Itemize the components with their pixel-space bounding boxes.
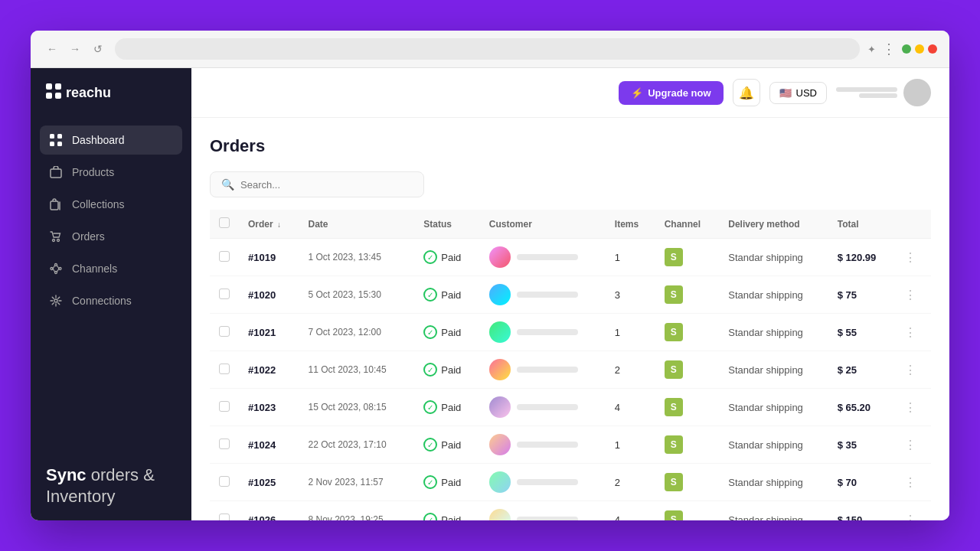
forward-button[interactable]: →: [66, 40, 84, 58]
sidebar-item-products[interactable]: Products: [40, 158, 182, 187]
customer-cell: [489, 284, 596, 305]
row-checkbox[interactable]: [219, 476, 230, 487]
customer-avatar: [489, 284, 511, 305]
products-icon: [49, 165, 63, 179]
address-bar[interactable]: [115, 38, 860, 60]
row-menu-button[interactable]: ⋮: [904, 514, 916, 521]
connections-label: Connections: [72, 295, 132, 307]
col-delivery: Delivery method: [719, 210, 828, 239]
order-date: 2 Nov 2023, 11:57: [299, 464, 415, 501]
sidebar-item-collections[interactable]: Collections: [40, 190, 182, 219]
sidebar: reachu Dashboard: [31, 68, 191, 520]
row-checkbox[interactable]: [219, 289, 230, 299]
row-menu-button[interactable]: ⋮: [904, 326, 916, 339]
page-title: Orders: [210, 136, 931, 156]
products-label: Products: [72, 166, 114, 178]
svg-point-11: [57, 240, 60, 242]
order-total: $ 120.99: [838, 252, 877, 263]
row-checkbox[interactable]: [219, 326, 230, 337]
channels-label: Channels: [72, 262, 117, 275]
order-items: 3: [606, 276, 655, 314]
logo-icon: [46, 83, 61, 103]
col-date: Date: [299, 210, 415, 239]
logo-text: reachu: [66, 85, 111, 101]
svg-line-18: [53, 269, 55, 272]
order-total: $ 25: [838, 364, 857, 376]
row-menu-button[interactable]: ⋮: [904, 476, 916, 489]
delivery-method: Standar shipping: [719, 351, 828, 389]
star-icon: ✦: [867, 44, 876, 55]
customer-avatar: [489, 321, 511, 343]
upgrade-button[interactable]: ⚡ Upgrade now: [619, 81, 723, 105]
svg-line-17: [57, 266, 60, 269]
user-info: [836, 87, 897, 98]
row-checkbox[interactable]: [219, 251, 230, 262]
currency-selector[interactable]: 🇺🇸 USD: [769, 82, 827, 104]
status-check-icon: ✓: [423, 400, 437, 414]
order-total: $ 75: [838, 289, 857, 301]
table-header: Order ↓ Date Status Customer Items Chann…: [210, 210, 931, 239]
order-date: 15 Oct 2023, 08:15: [299, 389, 415, 426]
notification-button[interactable]: 🔔: [733, 79, 760, 106]
col-items: Items: [606, 210, 655, 239]
order-date: 11 Oct 2023, 10:45: [299, 351, 415, 389]
header: ⚡ Upgrade now 🔔 🇺🇸 USD: [191, 68, 949, 118]
delivery-method: Standar shipping: [719, 239, 828, 276]
status-check-icon: ✓: [423, 363, 437, 377]
sidebar-item-connections[interactable]: Connections: [40, 286, 182, 315]
back-button[interactable]: ←: [43, 40, 61, 58]
search-input[interactable]: [240, 179, 413, 191]
customer-cell: [489, 471, 596, 493]
svg-line-19: [57, 269, 60, 272]
user-avatar[interactable]: [903, 79, 931, 106]
row-checkbox[interactable]: [219, 401, 230, 412]
row-menu-button[interactable]: ⋮: [904, 251, 916, 264]
row-checkbox[interactable]: [219, 364, 230, 374]
customer-cell: [489, 509, 596, 520]
shopify-channel-icon: S: [665, 323, 683, 341]
table-row: #1022 11 Oct 2023, 10:45 ✓ Paid 2 S Stan…: [210, 351, 931, 389]
order-total: $ 150: [838, 514, 863, 521]
browser-nav-buttons: ← → ↺: [43, 40, 107, 58]
select-all-checkbox[interactable]: [219, 217, 230, 228]
order-total: $ 35: [838, 439, 857, 451]
customer-name-bar: [517, 442, 578, 448]
row-menu-button[interactable]: ⋮: [904, 289, 916, 302]
row-menu-button[interactable]: ⋮: [904, 401, 916, 414]
order-items: 2: [606, 464, 655, 501]
customer-cell: [489, 359, 596, 380]
menu-icon[interactable]: ⋮: [882, 41, 896, 57]
shopify-channel-icon: S: [665, 510, 683, 520]
sidebar-item-orders[interactable]: Orders: [40, 222, 182, 251]
order-id: #1022: [248, 364, 276, 376]
row-menu-button[interactable]: ⋮: [904, 364, 916, 377]
status-check-icon: ✓: [423, 513, 437, 520]
order-items: 1: [606, 426, 655, 464]
row-menu-button[interactable]: ⋮: [904, 439, 916, 452]
order-status: ✓ Paid: [423, 438, 471, 452]
status-check-icon: ✓: [423, 438, 437, 452]
order-date: 22 Oct 2023, 17:10: [299, 426, 415, 464]
search-bar: 🔍: [210, 171, 424, 197]
order-total: $ 55: [838, 327, 857, 338]
status-check-icon: ✓: [423, 250, 437, 264]
row-checkbox[interactable]: [219, 514, 230, 521]
order-total: $ 70: [838, 477, 857, 488]
customer-cell: [489, 246, 596, 268]
customer-avatar: [489, 434, 511, 455]
sidebar-item-channels[interactable]: Channels: [40, 254, 182, 283]
row-checkbox[interactable]: [219, 439, 230, 449]
order-items: 4: [606, 389, 655, 426]
svg-point-20: [54, 299, 57, 302]
sidebar-item-dashboard[interactable]: Dashboard: [40, 126, 182, 155]
customer-avatar: [489, 246, 511, 268]
sync-bold: Sync: [46, 465, 87, 484]
col-channel: Channel: [655, 210, 720, 239]
browser-toolbar: ← → ↺ ✦ ⋮: [31, 31, 949, 68]
order-items: 4: [606, 501, 655, 521]
order-status: ✓ Paid: [423, 325, 471, 339]
svg-rect-0: [46, 83, 52, 90]
reload-button[interactable]: ↺: [89, 40, 107, 58]
customer-name-bar: [517, 292, 578, 298]
sort-arrow: ↓: [277, 220, 281, 229]
